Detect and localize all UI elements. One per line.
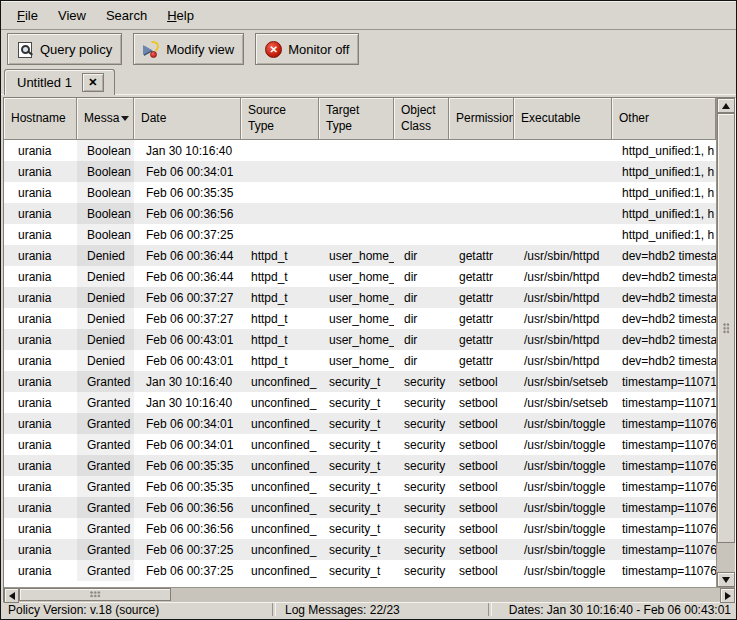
cell-message: Denied [77,350,134,371]
vertical-scroll-track[interactable] [717,113,735,572]
cell-source: httpd_t [241,287,319,308]
table-row[interactable]: uraniaBooleanFeb 06 00:36:56httpd_unifie… [4,203,716,224]
cell-hostname: urania [4,266,77,287]
cell-hostname: urania [4,476,77,497]
cell-source [241,224,319,245]
cell-executable: /usr/sbin/toggle [514,539,612,560]
cell-class: security [394,455,449,476]
vertical-scroll-thumb[interactable] [717,113,735,543]
table-row[interactable]: uraniaDeniedFeb 06 00:37:27httpd_tuser_h… [4,308,716,329]
cell-target: security_t [319,413,394,434]
table-row[interactable]: uraniaDeniedFeb 06 00:36:44httpd_tuser_h… [4,245,716,266]
cell-target: user_home_ [319,329,394,350]
cell-class: dir [394,245,449,266]
cell-target: security_t [319,560,394,581]
scroll-left-button[interactable] [4,588,19,603]
cell-hostname: urania [4,329,77,350]
table-row[interactable]: uraniaDeniedFeb 06 00:36:44httpd_tuser_h… [4,266,716,287]
vertical-scrollbar[interactable] [716,98,735,587]
cell-hostname: urania [4,140,77,161]
horizontal-scroll-thumb[interactable] [19,588,171,601]
table-row[interactable]: uraniaGrantedJan 30 10:16:40unconfined_s… [4,371,716,392]
cell-date: Feb 06 00:36:56 [134,203,241,224]
scroll-down-button[interactable] [717,572,735,587]
close-icon[interactable]: ✕ [82,73,104,92]
cell-date: Feb 06 00:36:56 [134,518,241,539]
cell-message: Boolean [77,161,134,182]
tab-untitled-1[interactable]: Untitled 1 ✕ [4,69,115,95]
table-row[interactable]: uraniaGrantedFeb 06 00:37:25unconfined_s… [4,560,716,581]
cell-target: security_t [319,518,394,539]
column-header-date[interactable]: Date [134,98,241,140]
table-row[interactable]: uraniaBooleanFeb 06 00:35:35httpd_unifie… [4,182,716,203]
table-row[interactable]: uraniaGrantedFeb 06 00:34:01unconfined_s… [4,434,716,455]
column-header-executable[interactable]: Executable [514,98,612,140]
cell-executable [514,224,612,245]
cell-hostname: urania [4,224,77,245]
cell-class [394,182,449,203]
table-row[interactable]: uraniaGrantedFeb 06 00:35:35unconfined_s… [4,476,716,497]
scroll-grip-icon [90,591,101,598]
column-header-other[interactable]: Other [612,98,716,140]
table-row[interactable]: uraniaGrantedFeb 06 00:35:35unconfined_s… [4,455,716,476]
table-row[interactable]: uraniaDeniedFeb 06 00:43:01httpd_tuser_h… [4,329,716,350]
cell-source: unconfined_ [241,392,319,413]
table-row[interactable]: uraniaGrantedFeb 06 00:34:01unconfined_s… [4,413,716,434]
horizontal-scrollbar[interactable] [4,587,735,602]
cell-executable [514,140,612,161]
cell-class [394,203,449,224]
table-row[interactable]: uraniaDeniedFeb 06 00:43:01httpd_tuser_h… [4,350,716,371]
cell-permission [449,224,514,245]
cell-executable: /usr/sbin/toggle [514,497,612,518]
table-row[interactable]: uraniaGrantedFeb 06 00:36:56unconfined_s… [4,497,716,518]
cell-source: httpd_t [241,350,319,371]
menu-view[interactable]: View [48,4,96,27]
column-header-permission[interactable]: Permission [449,98,514,140]
cell-hostname: urania [4,308,77,329]
scroll-up-button[interactable] [717,98,735,113]
table-row[interactable]: uraniaGrantedFeb 06 00:37:25unconfined_s… [4,539,716,560]
table-row[interactable]: uraniaBooleanJan 30 10:16:40httpd_unifie… [4,140,716,161]
table-row[interactable]: uraniaGrantedJan 30 10:16:40unconfined_s… [4,392,716,413]
menu-file[interactable]: File [7,4,48,27]
monitor-off-icon: ✕ [265,41,282,58]
column-header-target[interactable]: Target Type [319,98,394,140]
column-header-label: Date [141,111,166,127]
cell-target: user_home_ [319,308,394,329]
column-header-message[interactable]: Messa [77,98,134,140]
cell-executable [514,182,612,203]
cell-source: httpd_t [241,329,319,350]
cell-date: Jan 30 10:16:40 [134,371,241,392]
cell-permission: setbool [449,455,514,476]
table-row[interactable]: uraniaGrantedFeb 06 00:36:56unconfined_s… [4,518,716,539]
tab-strip: Untitled 1 ✕ [1,68,736,94]
cell-executable: /usr/sbin/toggle [514,413,612,434]
column-header-hostname[interactable]: Hostname [4,98,77,140]
cell-target: security_t [319,497,394,518]
table-row[interactable]: uraniaDeniedFeb 06 00:37:27httpd_tuser_h… [4,287,716,308]
scroll-right-button[interactable] [720,588,735,603]
monitor-off-button[interactable]: ✕ Monitor off [255,33,359,65]
column-header-class[interactable]: Object Class [394,98,449,140]
cell-other: dev=hdb2 timesta [612,329,716,350]
cell-executable: /usr/sbin/httpd [514,266,612,287]
menu-help[interactable]: Help [157,4,204,27]
cell-hostname: urania [4,455,77,476]
table-body: uraniaBooleanJan 30 10:16:40httpd_unifie… [4,140,716,587]
cell-date: Feb 06 00:35:35 [134,476,241,497]
column-header-label: Permission [456,111,514,127]
menu-search[interactable]: Search [96,4,157,27]
column-header-label: Messa [84,111,119,127]
column-header-source[interactable]: Source Type [241,98,319,140]
cell-other: httpd_unified:1, h [612,224,716,245]
cell-message: Granted [77,539,134,560]
cell-permission: setbool [449,413,514,434]
query-policy-button[interactable]: Query policy [7,33,122,65]
cell-class: security [394,497,449,518]
table-row[interactable]: uraniaBooleanFeb 06 00:34:01httpd_unifie… [4,161,716,182]
horizontal-scroll-track[interactable] [19,588,720,602]
cell-target: user_home_ [319,266,394,287]
cell-source: unconfined_ [241,539,319,560]
table-row[interactable]: uraniaBooleanFeb 06 00:37:25httpd_unifie… [4,224,716,245]
modify-view-button[interactable]: Modify view [133,33,244,65]
